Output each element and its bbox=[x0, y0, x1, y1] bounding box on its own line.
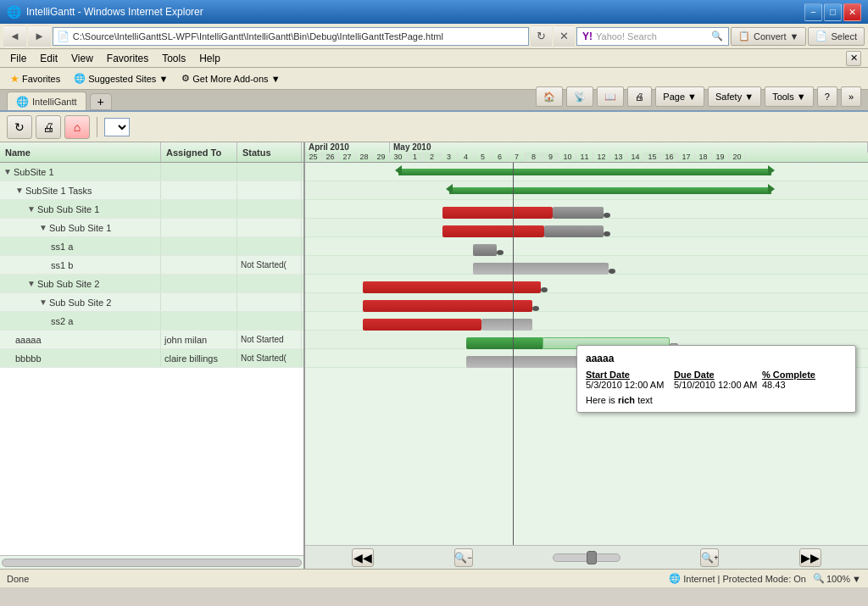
gantt-bar[interactable] bbox=[473, 244, 497, 256]
table-row[interactable]: aaaaa john milan Not Started bbox=[0, 331, 303, 349]
table-row[interactable]: bbbbb claire billings Not Started( bbox=[0, 349, 303, 368]
day-label: 25 bbox=[305, 153, 322, 163]
select-icon: 📄 bbox=[815, 31, 827, 42]
scroll-left-button[interactable]: ◀◀ bbox=[352, 548, 374, 567]
tree-toggle-icon[interactable]: ▼ bbox=[3, 167, 12, 176]
zoom-icon: 🔍 bbox=[813, 573, 825, 584]
row-name: ▼ Sub Sub Site 1 bbox=[0, 200, 161, 218]
menu-favorites[interactable]: Favorites bbox=[100, 49, 155, 68]
gantt-tooltip: aaaaa Start Date 5/3/2010 12:00 AM Due D… bbox=[576, 345, 856, 413]
refresh-button[interactable]: ↻ bbox=[531, 25, 552, 47]
tools-button[interactable]: Tools ▼ bbox=[765, 86, 814, 107]
table-row[interactable]: ss1 b Not Started( bbox=[0, 256, 303, 275]
close-button[interactable]: ✕ bbox=[843, 3, 861, 21]
read-aloud-button[interactable]: 📖 bbox=[597, 86, 624, 107]
tree-toggle-icon[interactable]: ▼ bbox=[15, 186, 24, 195]
table-row[interactable]: ▼ SubSite 1 Tasks bbox=[0, 181, 303, 200]
safety-button[interactable]: Safety ▼ bbox=[708, 86, 761, 107]
left-scrollbar[interactable] bbox=[0, 555, 303, 569]
row-status bbox=[237, 200, 302, 218]
zoom-dropdown-icon[interactable]: ▼ bbox=[852, 574, 861, 584]
zoom-out-button[interactable]: 🔍− bbox=[454, 548, 473, 567]
window-controls: − □ ✕ bbox=[804, 3, 861, 21]
tab-intelligantt[interactable]: 🌐 IntelliGantt bbox=[7, 92, 86, 110]
day-label: 4 bbox=[458, 153, 475, 163]
table-row[interactable]: ▼ Sub Sub Site 1 bbox=[0, 219, 303, 237]
gantt-bar-complete[interactable] bbox=[466, 337, 542, 349]
app-refresh-button[interactable]: ↻ bbox=[7, 115, 32, 139]
table-row[interactable]: ▼ Sub Sub Site 2 bbox=[0, 275, 303, 293]
expand-button[interactable]: » bbox=[841, 86, 861, 107]
toolbar-separator bbox=[97, 117, 97, 137]
day-label: 1 bbox=[407, 153, 424, 163]
gantt-bar[interactable] bbox=[442, 225, 544, 237]
suggested-sites-item[interactable]: 🌐 Suggested Sites ▼ bbox=[70, 71, 171, 86]
menu-view[interactable]: View bbox=[64, 49, 100, 68]
gantt-bar[interactable] bbox=[363, 281, 541, 293]
convert-button[interactable]: 📋 Convert ▼ bbox=[731, 27, 806, 46]
table-row[interactable]: ss2 a bbox=[0, 312, 303, 331]
row-assigned bbox=[161, 237, 237, 255]
gantt-bar[interactable] bbox=[481, 319, 532, 331]
month-may: May 2010 bbox=[390, 142, 868, 153]
page-button[interactable]: Page ▼ bbox=[655, 86, 704, 107]
home-button[interactable]: 🏠 bbox=[536, 86, 563, 107]
day-label: 13 bbox=[610, 153, 627, 163]
gantt-bar[interactable] bbox=[449, 187, 771, 194]
minimize-button[interactable]: − bbox=[804, 3, 822, 21]
tree-toggle-icon[interactable]: ▼ bbox=[27, 204, 36, 214]
back-button[interactable]: ◄ bbox=[3, 25, 26, 47]
help-button[interactable]: ? bbox=[817, 86, 837, 107]
app-print-button[interactable]: 🖨 bbox=[36, 115, 61, 139]
feeds-button[interactable]: 📡 bbox=[566, 86, 593, 107]
h-scrollbar-track[interactable] bbox=[2, 559, 302, 567]
favorites-item[interactable]: ★ Favorites bbox=[7, 71, 64, 86]
tree-toggle-icon[interactable]: ▼ bbox=[39, 223, 47, 232]
forward-button[interactable]: ► bbox=[28, 25, 51, 47]
table-row[interactable]: ▼ Sub Sub Site 1 bbox=[0, 200, 303, 219]
view-selector[interactable] bbox=[104, 118, 130, 136]
menu-help[interactable]: Help bbox=[192, 49, 227, 68]
gantt-bar[interactable] bbox=[544, 225, 604, 237]
gantt-column-headers: Name Assigned To Status bbox=[0, 142, 303, 163]
menu-file[interactable]: File bbox=[3, 49, 33, 68]
tree-toggle-icon[interactable]: ▼ bbox=[39, 297, 47, 307]
gantt-bar[interactable] bbox=[473, 263, 609, 275]
zoom-in-button[interactable]: 🔍+ bbox=[700, 548, 719, 567]
tree-toggle-icon[interactable]: ▼ bbox=[27, 279, 36, 288]
print-button[interactable]: 🖨 bbox=[627, 86, 652, 107]
gantt-bar[interactable] bbox=[553, 207, 604, 219]
maximize-button[interactable]: □ bbox=[824, 3, 842, 21]
gantt-bar[interactable] bbox=[398, 169, 771, 175]
table-row[interactable]: ▼ SubSite 1 bbox=[0, 163, 303, 181]
tooltip-complete-label: % Complete 48.43 bbox=[762, 370, 847, 390]
menu-edit[interactable]: Edit bbox=[33, 49, 64, 68]
new-tab-button[interactable]: + bbox=[90, 93, 112, 110]
tooltip-title: aaaaa bbox=[586, 353, 847, 364]
stop-button[interactable]: ✕ bbox=[554, 25, 575, 47]
close-tab-button[interactable]: ✕ bbox=[846, 51, 861, 66]
yahoo-icon: Y! bbox=[582, 31, 593, 42]
bar-end-marker bbox=[497, 250, 504, 255]
app-home-button[interactable]: ⌂ bbox=[64, 115, 90, 139]
address-text[interactable]: C:\Source\IntelliGanttSL-WPF\IntelliGant… bbox=[73, 31, 443, 42]
bar-end-marker bbox=[532, 306, 539, 311]
addons-item[interactable]: ⚙ Get More Add-ons ▼ bbox=[178, 71, 283, 86]
tab-icon: 🌐 bbox=[16, 96, 29, 108]
gantt-bar[interactable] bbox=[363, 319, 481, 331]
gantt-bar[interactable] bbox=[363, 300, 532, 312]
search-icon[interactable]: 🔍 bbox=[711, 31, 723, 42]
tab-bar: 🌐 IntelliGantt + 🏠 📡 📖 🖨 Page ▼ Safety ▼… bbox=[0, 90, 868, 112]
row-assigned bbox=[161, 219, 237, 236]
table-row[interactable]: ▼ Sub Sub Site 2 bbox=[0, 293, 303, 312]
bar-end-diamond bbox=[768, 184, 775, 194]
day-label: 9 bbox=[542, 153, 559, 163]
menu-tools[interactable]: Tools bbox=[155, 49, 192, 68]
globe-icon: 🌐 bbox=[74, 73, 86, 84]
select-button[interactable]: 📄 Select bbox=[808, 27, 865, 46]
zoom-handle[interactable] bbox=[587, 551, 597, 564]
gantt-bar[interactable] bbox=[442, 207, 553, 219]
table-row[interactable]: ss1 a bbox=[0, 237, 303, 256]
scroll-right-button[interactable]: ▶▶ bbox=[799, 548, 821, 567]
zoom-slider[interactable] bbox=[553, 553, 620, 562]
